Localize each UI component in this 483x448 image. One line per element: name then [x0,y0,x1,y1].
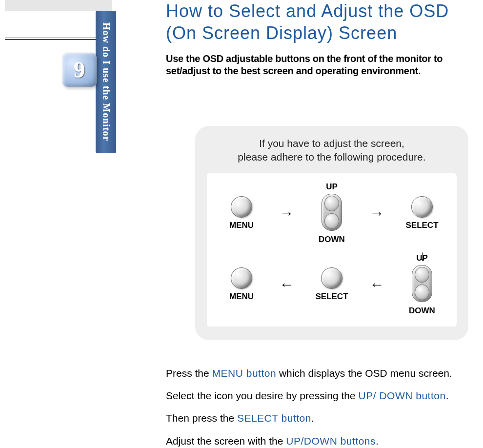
menu-button-icon [231,267,252,289]
steps-list: Press the MENU button which displays the… [166,367,478,448]
procedure-panel: If you have to adjust the screen, please… [195,126,468,340]
diagram-row-1: MENU → UP DOWN → SELECT [220,182,444,244]
select-button-unit: SELECT [400,196,444,230]
menu-label: MENU [229,221,254,230]
down-label: DOWN [319,235,345,244]
step-2: Select the icon you desire by pressing t… [166,389,478,403]
section-tab-label: How do I use the Monitor [96,11,116,153]
updown-button-unit: UP DOWN [400,253,444,316]
up-label: UP [326,182,338,192]
page-number: 9 [74,57,85,83]
step-text: . [311,412,314,424]
main-content: How to Select and Adjust the OSD (On Scr… [166,0,478,448]
arrow-left-icon: ← [370,276,384,293]
page-title: How to Select and Adjust the OSD (On Scr… [166,0,478,44]
step-3: Then press the SELECT button. [166,411,478,425]
title-line-2: (On Screen Display) Screen [166,23,397,43]
select-button-icon [411,196,433,218]
step-4: Adjust the screen with the UP/DOWN butto… [166,434,478,448]
arrow-right-icon: → [280,205,294,222]
keyword-select-button: SELECT button [237,412,311,424]
step-text: . [376,435,379,447]
button-diagram: MENU → UP DOWN → SELECT ↓ ME [207,173,457,326]
panel-caption: If you have to adjust the screen, please… [207,137,457,164]
select-button-icon [321,267,342,289]
sidebar-top-cap [5,0,112,11]
keyword-menu-button: MENU button [212,367,277,379]
menu-button-icon [231,196,252,218]
menu-button-unit: MENU [220,196,263,230]
step-text: which displays the OSD menu screen. [276,367,452,379]
updown-button-icon [322,194,342,231]
keyword-updown-buttons: UP/DOWN buttons [286,435,376,447]
updown-button-icon [412,265,432,302]
diagram-row-2: MENU ← SELECT ← UP DOWN [220,253,444,316]
menu-label: MENU [229,292,254,302]
page-number-badge: 9 [62,53,97,87]
select-label: SELECT [315,292,348,302]
panel-caption-line2: please adhere to the following procedure… [238,151,425,163]
step-text: . [446,390,449,401]
down-label: DOWN [409,306,435,316]
intro-text: Use the OSD adjustable buttons on the fr… [166,53,478,77]
arrow-right-icon: → [370,205,384,222]
title-line-1: How to Select and Adjust the OSD [166,1,449,21]
up-label: UP [416,253,428,263]
arrow-left-icon: ← [280,276,294,293]
keyword-updown-button: UP/ DOWN button [359,390,446,401]
step-1: Press the MENU button which displays the… [166,367,478,380]
panel-caption-line1: If you have to adjust the screen, [259,138,404,149]
step-text: Adjust the screen with the [166,435,286,447]
menu-button-unit: MENU [220,267,263,302]
select-button-unit: SELECT [310,267,354,302]
updown-button-unit: UP DOWN [310,182,354,244]
step-text: Select the icon you desire by pressing t… [166,390,359,401]
step-text: Press the [166,367,212,379]
section-tab: How do I use the Monitor [96,11,116,153]
step-text: Then press the [166,412,237,424]
select-label: SELECT [405,221,438,230]
